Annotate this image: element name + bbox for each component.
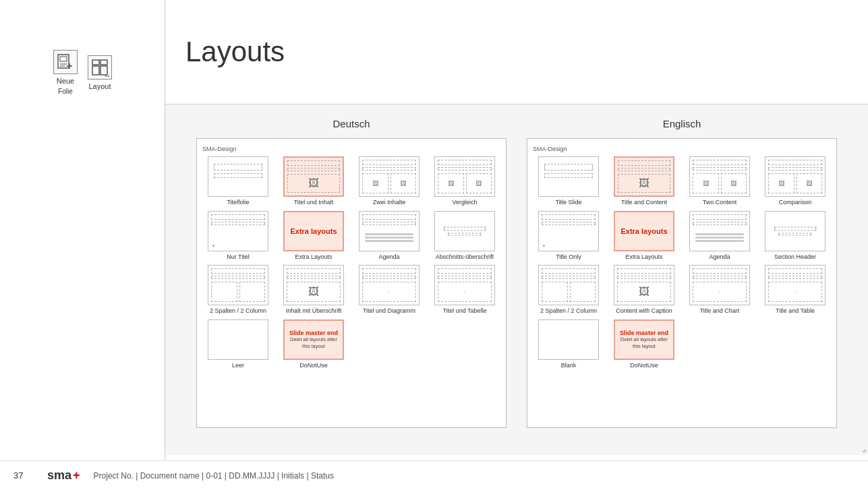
label-abschnitts: Abschnitts-überschrift — [436, 253, 494, 262]
thumb-titel-inhalt: 🖼 — [283, 156, 344, 197]
label-comparison-en: Comparison — [779, 199, 812, 207]
svg-rect-6 — [92, 60, 99, 65]
thumb-leer — [208, 319, 268, 360]
label-content-caption-en: Content with Caption — [616, 307, 672, 315]
thumb-title-content-en: 🖼 — [614, 156, 674, 197]
thumb-inhalt-mit: 🖼 — [283, 265, 344, 305]
footer-page-number: 37 — [13, 470, 34, 481]
thumb-vergleich: 🖼 🖼 — [434, 156, 495, 197]
label-title-chart-en: Title and Chart — [700, 307, 740, 315]
thumb-titel-tabelle: · — [434, 265, 495, 305]
layout-item-2spalten-de[interactable]: 2 Spalten / 2 Column — [202, 265, 274, 315]
englisch-title: Englisch — [663, 118, 701, 129]
label-donotuse-de: DoNotUse — [299, 362, 328, 370]
footer-info: Project No. | Document name | 0-01 | DD.… — [94, 471, 334, 481]
sidebar: Neue Folie Layout — [0, 0, 165, 490]
deutsch-panel-header: SMA-Design — [202, 146, 500, 152]
layout-item-two-content-en[interactable]: 🖼 🖼 Two Content — [684, 156, 755, 207]
deutsch-title: Deutsch — [332, 118, 370, 129]
extra-text-en: Extra layouts — [620, 227, 667, 235]
layout-item-blank-en[interactable]: Blank — [533, 319, 604, 370]
label-leer: Leer — [232, 362, 244, 370]
label-titel-inhalt: Titel und Inhalt — [294, 199, 334, 207]
label-nur-titel: Nur Titel — [227, 253, 250, 262]
layout-item-titel-tabelle[interactable]: · Titel und Tabelle — [429, 265, 500, 315]
resize-handle-en: ⊿ — [862, 448, 867, 454]
layout-item-title-slide-en[interactable]: Title Slide — [533, 156, 604, 207]
label-blank-en: Blank — [561, 362, 577, 370]
thumb-extra-de: Extra layouts — [283, 211, 344, 251]
page-title: Layouts — [185, 36, 285, 68]
layout-item-zwei-inhalte[interactable]: 🖼 🖼 Zwei Inhalte — [353, 156, 425, 207]
layout-item-comparison-en[interactable]: 🖼 🖼 Comparison — [759, 156, 831, 207]
svg-rect-7 — [100, 60, 107, 65]
label-2spalten-de: 2 Spalten / 2 Column — [210, 307, 266, 315]
label-vergleich: Vergleich — [452, 199, 477, 207]
thumb-comparison-en: 🖼 🖼 — [765, 156, 826, 197]
layout-item-content-caption-en[interactable]: 🖼 Content with Caption — [608, 265, 680, 315]
label-titel-tabelle: Titel und Tabelle — [442, 307, 486, 315]
layout-item-abschnitts[interactable]: Abschnitts-überschrift — [429, 211, 500, 262]
label-inhalt-mit: Inhalt mit Überschrift — [286, 307, 342, 315]
layout-item-2col-en[interactable]: 2 Spalten / 2 Column — [533, 265, 604, 315]
thumb-2spalten-de — [208, 265, 268, 305]
layout-item-donotuse-de[interactable]: Slide master end Delet all layouts after… — [278, 319, 349, 370]
label-zwei-inhalte: Zwei Inhalte — [373, 199, 406, 207]
label-title-only-en: Title Only — [556, 253, 581, 262]
layout-item-inhalt-mit[interactable]: 🖼 Inhalt mit Überschrift — [278, 265, 349, 315]
layout-item-title-table-en[interactable]: · Title and Table — [759, 265, 831, 315]
layout-item-title-content-en[interactable]: 🖼 Title and Content — [608, 156, 680, 207]
label-agenda-en: Agenda — [709, 253, 730, 262]
thumb-2col-en — [538, 265, 599, 305]
deutsch-layout-grid: Titelfolie 🖼 Titel und Inhalt — [202, 156, 500, 370]
layout-item-donotuse-en[interactable]: Slide master end Delet all layouts after… — [608, 319, 680, 370]
label-extra-en: Extra Layouts — [625, 253, 662, 262]
layout-item-nur-titel[interactable]: Nur Titel — [202, 211, 274, 262]
footer-logo-text: sma — [47, 468, 71, 483]
englisch-panel: SMA-Design Title Slide 🖼 — [527, 138, 837, 428]
thumb-content-caption-en: 🖼 — [614, 265, 674, 305]
svg-rect-8 — [92, 66, 99, 75]
layout-item-agenda-en[interactable]: Agenda — [684, 211, 755, 262]
layout-item-section-header-en[interactable]: Section Header — [759, 211, 831, 262]
label-title-slide-en: Title Slide — [555, 199, 581, 207]
layout-item-vergleich[interactable]: 🖼 🖼 Vergleich — [429, 156, 500, 207]
layout-item-leer[interactable]: Leer — [202, 319, 274, 370]
label-titel-diagramm: Titel und Diagramm — [363, 307, 415, 315]
layout-item-extra-en[interactable]: Extra layouts Extra Layouts — [608, 211, 680, 262]
layout-item-title-only-en[interactable]: Title Only — [533, 211, 604, 262]
layout-item-titel-diagramm[interactable]: · Titel und Diagramm — [353, 265, 425, 315]
label-2col-en: 2 Spalten / 2 Column — [540, 307, 597, 315]
label-titelfolie: Titelfolie — [227, 199, 249, 207]
thumb-blank-en — [538, 319, 599, 360]
thumb-abschnitts — [434, 211, 495, 251]
thumb-zwei-inhalte: 🖼 🖼 — [359, 156, 419, 197]
deutsch-panel: SMA-Design Titelfolie 🖼 — [196, 138, 507, 428]
layout-label: Layout — [88, 82, 111, 90]
layout-item-extra-de[interactable]: Extra layouts Extra Layouts — [278, 211, 349, 262]
label-donotuse-en: DoNotUse — [630, 362, 658, 370]
thumb-extra-en: Extra layouts — [614, 211, 674, 251]
label-title-table-en: Title and Table — [776, 307, 815, 315]
label-section-header-en: Section Header — [774, 253, 816, 262]
thumb-title-table-en: · — [765, 265, 826, 305]
thumb-nur-titel — [208, 211, 268, 251]
englisch-section: Englisch SMA-Design Title Slide — [527, 118, 837, 428]
layout-item-titelfolie[interactable]: Titelfolie — [202, 156, 274, 207]
footer-logo: sma + — [47, 468, 80, 483]
label-extra-de: Extra Layouts — [295, 253, 332, 262]
neue-folie-button[interactable]: Neue Folie — [53, 50, 78, 95]
englisch-panel-header: SMA-Design — [533, 146, 831, 152]
thumb-titel-diagramm: · — [359, 265, 419, 305]
neue-folie-label: Neue — [57, 77, 74, 85]
layout-item-agenda-de[interactable]: Agenda — [353, 211, 425, 262]
layout-button[interactable]: Layout — [88, 55, 112, 90]
thumb-title-only-en — [538, 211, 599, 251]
main-content: Deutsch SMA-Design Titelfolie — [165, 104, 868, 455]
thumb-donotuse-en: Slide master end Delet all layouts after… — [614, 319, 674, 360]
layout-item-titel-inhalt[interactable]: 🖼 Titel und Inhalt — [278, 156, 349, 207]
footer-logo-plus: + — [73, 468, 80, 483]
englisch-layout-grid: Title Slide 🖼 Title and Content — [533, 156, 831, 370]
layout-icon — [88, 55, 112, 80]
layout-item-title-chart-en[interactable]: · Title and Chart — [684, 265, 755, 315]
